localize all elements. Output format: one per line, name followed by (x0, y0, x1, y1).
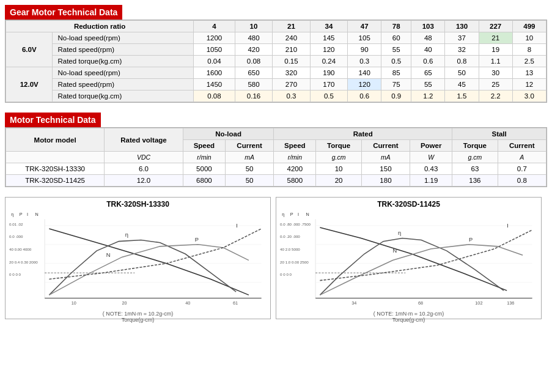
table-cell: 1.1 (479, 56, 512, 67)
row-label: No-load speed(rpm) (53, 67, 194, 79)
noload-current-header: Current (225, 140, 273, 152)
table-cell: 50 (445, 67, 479, 79)
svg-text:0 0 0 0: 0 0 0 0 (9, 272, 21, 276)
stall-current-unit: A (498, 152, 546, 163)
rated-group-header: Rated (274, 128, 452, 140)
svg-text:η: η (398, 230, 401, 236)
svg-text:61: 61 (233, 300, 238, 306)
chart-1-title: TRK-320SH-13330 (8, 200, 268, 209)
voltage-col-header: Rated voltage (105, 128, 183, 152)
rated-torque-unit: g.cm (316, 152, 361, 163)
table-cell: 0.3 (348, 56, 381, 67)
motor-data-row: TRK-320SH-133306.05000504200101500.43630… (6, 163, 546, 175)
rated-current-header: Current (361, 140, 410, 152)
chart-2-xlabel: Torque(g-cm) (279, 317, 539, 323)
table-cell: 320 (273, 67, 310, 79)
table-cell: 580 (235, 79, 272, 91)
table-cell: 37 (445, 32, 479, 44)
table-cell: 0.08 (235, 56, 272, 67)
table-cell: 1.19 (410, 175, 452, 187)
table-cell: 60 (381, 32, 411, 44)
table-cell: 1.5 (445, 91, 479, 102)
gear-table-header-row: Reduction ratio 4 10 21 34 47 78 103 130… (6, 21, 546, 32)
table-cell: 12 (512, 79, 546, 91)
gear-motor-table-wrapper: Reduction ratio 4 10 21 34 47 78 103 130… (5, 20, 547, 103)
table-cell: 0.08 (194, 91, 235, 102)
table-cell: 0.5 (310, 91, 347, 102)
voltage-unit: VDC (105, 152, 183, 163)
svg-text:N: N (393, 248, 397, 254)
table-cell: 2.5 (512, 56, 546, 67)
gear-motor-section: Gear Motor Technical Data Reduction rati… (5, 5, 547, 103)
table-cell: 210 (273, 44, 310, 56)
svg-text:0.0 .20 .000: 0.0 .20 .000 (280, 234, 300, 239)
table-cell: 12.0 (105, 175, 183, 187)
ratio-130: 130 (445, 21, 479, 32)
table-cell: 0.8 (498, 175, 546, 187)
table-cell: 65 (411, 67, 445, 79)
chart-2-note: ( NOTE: 1mN·m = 10.2g-cm) (279, 311, 539, 317)
table-cell: 0.16 (235, 91, 272, 102)
table-cell: 1600 (194, 67, 235, 79)
table-cell: 0.3 (273, 91, 310, 102)
voltage-12v: 12.0V (6, 67, 53, 102)
table-cell: 32 (445, 44, 479, 56)
table-cell: 136 (452, 175, 498, 187)
table-cell: 5000 (183, 163, 225, 175)
ratio-499: 499 (512, 21, 546, 32)
chart-1-svg: η P I N 0.01 .02 0.0 .000 40 0.00 4000 2… (8, 210, 268, 308)
stall-torque-unit: g.cm (452, 152, 498, 163)
table-cell: 120 (348, 79, 381, 91)
table-cell: 650 (235, 67, 272, 79)
table-cell: 480 (235, 32, 272, 44)
svg-text:0.0 .000: 0.0 .000 (9, 234, 23, 239)
table-cell: 1.2 (411, 91, 445, 102)
svg-text:10: 10 (72, 300, 76, 306)
table-cell: 0.6 (348, 91, 381, 102)
table-cell: 19 (479, 44, 512, 56)
svg-text:P: P (469, 237, 473, 243)
row-label: Rated speed(rpm) (53, 79, 194, 91)
svg-text:20 1.0 0.00 2500: 20 1.0 0.00 2500 (280, 260, 309, 264)
table-cell: 55 (381, 44, 411, 56)
svg-text:I: I (507, 223, 509, 229)
svg-text:N: N (106, 252, 111, 258)
svg-text:34: 34 (351, 300, 356, 306)
table-cell: 145 (310, 32, 347, 44)
table-cell: 0.8 (445, 56, 479, 67)
svg-text:N: N (35, 212, 39, 217)
table-cell: 270 (273, 79, 310, 91)
table-cell: 1450 (194, 79, 235, 91)
svg-text:η: η (125, 232, 128, 238)
svg-text:I: I (298, 212, 299, 217)
table-cell: 90 (348, 44, 381, 56)
rated-current-unit: mA (361, 152, 410, 163)
svg-text:136: 136 (507, 300, 514, 306)
stall-torque-header: Torque (452, 140, 498, 152)
motor-table-wrapper: Motor model Rated voltage No-load Rated … (5, 127, 547, 187)
row-label: Rated torque(kg.cm) (53, 56, 194, 67)
table-cell: 8 (512, 44, 546, 56)
table-cell: 120 (310, 44, 347, 56)
motor-data-row: TRK-320SD-1142512.06800505800201801.1913… (6, 175, 546, 187)
table-cell: 0.6 (411, 56, 445, 67)
svg-text:P: P (290, 212, 293, 217)
table-cell: 45 (445, 79, 479, 91)
table-cell: 55 (411, 79, 445, 91)
ratio-227: 227 (479, 21, 512, 32)
chart-1: TRK-320SH-13330 η P I N 0.01 .02 0.0 .00… (5, 197, 271, 319)
table-cell: 190 (310, 67, 347, 79)
table-cell: 10 (316, 163, 361, 175)
ratio-10: 10 (235, 21, 272, 32)
table-cell: 240 (273, 32, 310, 44)
gear-motor-title: Gear Motor Technical Data (5, 5, 122, 20)
ratio-47: 47 (348, 21, 381, 32)
table-cell: 6.0 (105, 163, 183, 175)
motor-table: Motor model Rated voltage No-load Rated … (6, 128, 546, 187)
chart-1-xlabel: Torque(g-cm) (8, 317, 268, 323)
svg-text:P: P (20, 212, 23, 217)
table-cell: TRK-320SH-13330 (6, 163, 105, 175)
rated-speed-header: Speed (274, 140, 316, 152)
svg-text:N: N (306, 212, 309, 217)
table-cell: 170 (310, 79, 347, 91)
